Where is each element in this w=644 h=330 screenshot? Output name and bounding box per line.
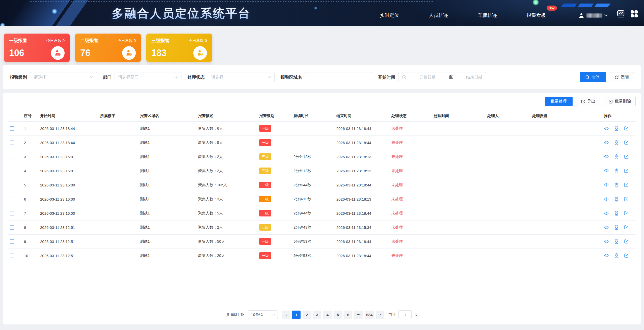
next-page-button[interactable]: ›	[376, 311, 384, 319]
process-status-select[interactable]: 请选择	[208, 72, 275, 82]
alarm-level-select[interactable]: 请选择	[30, 72, 97, 82]
row-checkbox[interactable]	[10, 239, 14, 244]
row-checkbox[interactable]	[10, 211, 14, 215]
locate-pin-icon[interactable]	[614, 197, 619, 202]
locate-pin-icon[interactable]	[614, 211, 619, 216]
row-checkbox[interactable]	[10, 155, 14, 159]
row-actions	[602, 164, 636, 178]
edit-icon[interactable]	[624, 253, 629, 258]
table-row: 62026-03-11 23:16:00测试1聚集人数：3人二级2分钟13秒20…	[8, 192, 636, 206]
batch-delete-button[interactable]: 批量删除	[604, 97, 636, 106]
edit-icon[interactable]	[624, 211, 629, 215]
table-row: 22026-03-11 23:18:44测试1聚集人数：5人一级2026-03-…	[8, 135, 636, 150]
view-eye-icon[interactable]	[604, 211, 609, 215]
cell-seq: 6	[22, 192, 39, 206]
row-actions	[602, 150, 636, 164]
cell-end_time: 2026-03-11 23:18:44	[335, 249, 390, 263]
nav-item-vehicle-track[interactable]: 车辆轨迹	[478, 12, 497, 19]
page-button[interactable]: 4	[323, 311, 332, 319]
page-button[interactable]: 2	[303, 311, 311, 319]
stat-card-level2: 二级报警 今日总数 0 76	[75, 34, 141, 62]
cell-end_time: 2026-03-11 23:18:44	[335, 234, 390, 249]
more-pages-button[interactable]: •••	[354, 311, 363, 319]
table-row: 52026-03-11 23:16:00测试1聚集人数：105人一级2分钟44秒…	[8, 178, 636, 192]
nav-item-person-track[interactable]: 人员轨迹	[429, 12, 448, 19]
locate-pin-icon[interactable]	[614, 126, 619, 131]
apps-grid-icon[interactable]	[630, 10, 638, 18]
view-eye-icon[interactable]	[604, 169, 609, 173]
row-checkbox[interactable]	[10, 126, 14, 131]
department-select[interactable]: 请选择部门	[115, 72, 181, 82]
cell-processor	[486, 220, 531, 234]
cell-area: 测试1	[139, 121, 197, 135]
cell-process_time	[432, 178, 486, 192]
cell-area: 测试1	[139, 234, 197, 249]
reset-button[interactable]: 重置	[610, 72, 634, 82]
cell-process_time	[432, 135, 486, 150]
select-all-checkbox[interactable]	[10, 114, 14, 118]
column-header: 报警区域名	[139, 111, 197, 121]
locate-pin-icon[interactable]	[614, 154, 619, 159]
row-checkbox[interactable]	[10, 197, 14, 201]
page-title: 多融合人员定位系统平台	[95, 6, 267, 21]
page-button[interactable]: 684	[365, 311, 374, 319]
edit-icon[interactable]	[624, 183, 629, 187]
row-checkbox[interactable]	[10, 225, 14, 230]
cell-area: 测试1	[139, 164, 197, 178]
stat-card-value: 106	[9, 48, 24, 58]
search-button[interactable]: 查询	[580, 72, 606, 82]
page-button[interactable]: 5	[334, 311, 342, 319]
row-checkbox[interactable]	[10, 183, 14, 187]
locate-pin-icon[interactable]	[614, 253, 619, 258]
export-button[interactable]: 导出	[576, 97, 600, 106]
row-actions	[602, 121, 636, 135]
edit-icon[interactable]	[624, 140, 629, 145]
date-separator: 至	[449, 75, 453, 80]
row-checkbox[interactable]	[10, 169, 14, 173]
locate-pin-icon[interactable]	[614, 225, 619, 230]
locate-pin-icon[interactable]	[614, 168, 619, 173]
row-actions	[602, 220, 636, 234]
row-checkbox[interactable]	[10, 141, 14, 145]
nav-item-alarm-board[interactable]: 报警看板 367	[527, 12, 546, 19]
prev-page-button[interactable]: ‹	[282, 311, 290, 319]
cell-end_time: 2026-03-11 23:18:13	[335, 150, 390, 164]
row-checkbox[interactable]	[10, 254, 14, 258]
view-eye-icon[interactable]	[604, 141, 609, 145]
goto-page-input[interactable]	[398, 310, 412, 319]
edit-icon[interactable]	[624, 239, 629, 244]
edit-icon[interactable]	[624, 169, 629, 173]
page-size-select[interactable]: 10条/页	[248, 310, 278, 319]
user-menu[interactable]	[578, 0, 608, 26]
table-row: 12026-03-11 23:18:44测试1聚集人数：6人一级2026-03-…	[8, 121, 636, 135]
column-header: 处理时间	[432, 111, 486, 121]
row-actions	[602, 249, 636, 263]
page-button[interactable]: 1	[292, 311, 301, 319]
view-eye-icon[interactable]	[604, 254, 609, 258]
view-eye-icon[interactable]	[604, 126, 609, 130]
cell-process_time	[432, 220, 486, 234]
view-eye-icon[interactable]	[604, 239, 609, 243]
column-header: 报警级别	[258, 111, 292, 121]
cell-feedback	[531, 249, 602, 263]
view-eye-icon[interactable]	[604, 197, 609, 201]
edit-icon[interactable]	[624, 225, 629, 230]
area-name-input[interactable]	[305, 72, 372, 82]
view-eye-icon[interactable]	[604, 155, 609, 159]
view-eye-icon[interactable]	[604, 225, 609, 229]
locate-pin-icon[interactable]	[614, 140, 619, 145]
edit-icon[interactable]	[624, 154, 629, 159]
locate-pin-icon[interactable]	[614, 182, 619, 187]
batch-process-button[interactable]: 批量处理	[545, 97, 573, 106]
locate-pin-icon[interactable]	[614, 239, 619, 244]
page-button[interactable]: 3	[313, 311, 321, 319]
date-range-picker[interactable]: 开始日期 至 结束日期	[398, 72, 486, 82]
edit-icon[interactable]	[624, 197, 629, 201]
cell-feedback	[531, 192, 602, 206]
monitor-chart-icon[interactable]	[617, 10, 625, 18]
edit-icon[interactable]	[624, 126, 629, 131]
cell-building	[99, 206, 139, 220]
view-eye-icon[interactable]	[604, 183, 609, 187]
page-button[interactable]: 6	[344, 311, 352, 319]
nav-item-realtime-location[interactable]: 实时定位	[380, 12, 399, 19]
